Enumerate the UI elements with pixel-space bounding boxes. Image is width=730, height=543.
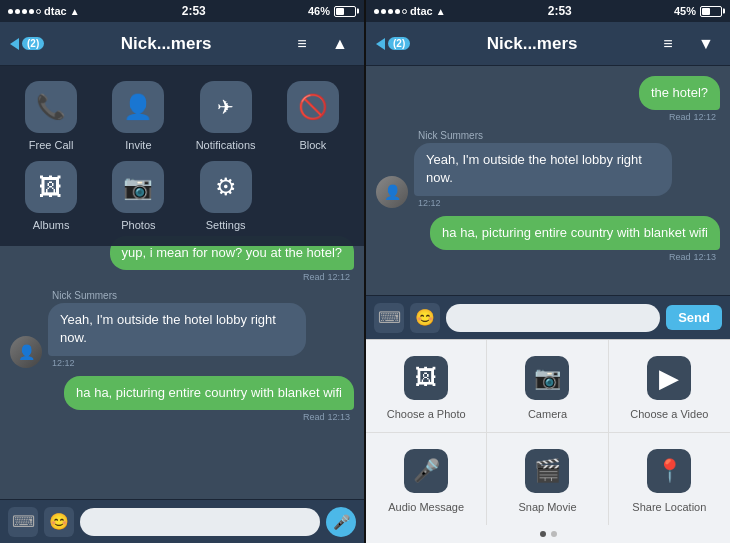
msg-time-received-1: 12:12 xyxy=(48,358,306,368)
audio-message-item[interactable]: 🎤 Audio Message xyxy=(366,433,487,525)
bubble-received-1: Yeah, I'm outside the hotel lobby right … xyxy=(48,303,306,355)
menu-item-albums[interactable]: 🖼 Albums xyxy=(10,161,92,231)
right-status-left: dtac ▲ xyxy=(374,5,446,17)
down-icon-right[interactable]: ▼ xyxy=(692,30,720,58)
right-back-arrow-icon xyxy=(376,38,385,50)
left-chat-area: yup, i mean for now? you at the hotel? R… xyxy=(0,226,364,499)
right-carrier-label: dtac xyxy=(410,5,433,17)
snap-movie-item[interactable]: 🎬 Snap Movie xyxy=(487,433,608,525)
right-chat-area: the hotel? Read 12:12 👤 Nick Summers Yea… xyxy=(366,66,730,295)
menu-item-photos[interactable]: 📷 Photos xyxy=(97,161,179,231)
audio-message-label: Audio Message xyxy=(388,501,464,513)
share-location-item[interactable]: 📍 Share Location xyxy=(609,433,730,525)
snap-movie-icon: 🎬 xyxy=(525,449,569,493)
right-back-button[interactable]: (2) xyxy=(376,37,410,50)
right-read-label-1: Read xyxy=(669,112,691,122)
wifi-icon: ▲ xyxy=(70,6,80,17)
left-menu-overlay: 📞 Free Call 👤 Invite ✈ Notifications 🚫 B… xyxy=(0,66,364,246)
right-msg-time-sent-2: Read 12:13 xyxy=(669,252,720,262)
photos-icon: 📷 xyxy=(112,161,164,213)
message-input-right[interactable] xyxy=(446,304,660,332)
list-icon-right[interactable]: ≡ xyxy=(654,30,682,58)
send-button[interactable]: Send xyxy=(666,305,722,330)
right-msg-sent-2: ha ha, picturing entire country with bla… xyxy=(376,216,720,262)
battery-icon-left xyxy=(334,6,356,17)
right-time-sent-2: 12:13 xyxy=(693,252,716,262)
list-icon-left[interactable]: ≡ xyxy=(288,30,316,58)
avatar-img-1: 👤 xyxy=(10,336,42,368)
battery-percent-left: 46% xyxy=(308,5,330,17)
right-chat-title: Nick...mers xyxy=(418,34,646,54)
choose-photo-label: Choose a Photo xyxy=(387,408,466,420)
sticker-button-right[interactable]: 😊 xyxy=(410,303,440,333)
share-location-icon: 📍 xyxy=(647,449,691,493)
invite-label: Invite xyxy=(125,139,151,151)
battery-icon-right xyxy=(700,6,722,17)
battery-fill-right xyxy=(702,8,710,15)
choose-video-label: Choose a Video xyxy=(630,408,708,420)
audio-message-icon: 🎤 xyxy=(404,449,448,493)
time-received-1: 12:12 xyxy=(52,358,75,368)
photos-label: Photos xyxy=(121,219,155,231)
right-avatar-1: 👤 xyxy=(376,176,408,208)
right-panel: dtac ▲ 2:53 45% (2) Nick...mers ≡ ▼ the … xyxy=(366,0,730,543)
right-bubble-received-1: Yeah, I'm outside the hotel lobby right … xyxy=(414,143,672,195)
dot1 xyxy=(8,9,13,14)
camera-icon: 📷 xyxy=(525,356,569,400)
dot2 xyxy=(15,9,20,14)
right-bottom-panel: 🖼 Choose a Photo 📷 Camera ▶ Choose a Vid… xyxy=(366,339,730,543)
rdot1 xyxy=(374,9,379,14)
msg-received-1: 👤 Nick Summers Yeah, I'm outside the hot… xyxy=(10,290,354,367)
left-status-left: dtac ▲ xyxy=(8,5,80,17)
sender-name-1: Nick Summers xyxy=(48,290,306,301)
choose-photo-item[interactable]: 🖼 Choose a Photo xyxy=(366,340,487,433)
menu-item-settings[interactable]: ⚙ Settings xyxy=(185,161,267,231)
left-back-button[interactable]: (2) xyxy=(10,37,44,50)
menu-item-empty xyxy=(272,161,354,231)
menu-item-invite[interactable]: 👤 Invite xyxy=(97,81,179,151)
right-msg-content-received-1: Nick Summers Yeah, I'm outside the hotel… xyxy=(414,130,672,207)
msg-content-received-1: Nick Summers Yeah, I'm outside the hotel… xyxy=(48,290,306,367)
block-icon: 🚫 xyxy=(287,81,339,133)
message-input-left[interactable] xyxy=(80,508,320,536)
right-msg-time-received-1: 12:12 xyxy=(414,198,672,208)
keyboard-button-left[interactable]: ⌨ xyxy=(8,507,38,537)
settings-label: Settings xyxy=(206,219,246,231)
rdot4 xyxy=(395,9,400,14)
right-bubble-sent-1: the hotel? xyxy=(639,76,720,110)
carrier-label: dtac xyxy=(44,5,67,17)
menu-item-notifications[interactable]: ✈ Notifications xyxy=(185,81,267,151)
right-bubble-sent-2: ha ha, picturing entire country with bla… xyxy=(430,216,720,250)
right-time-sent-1: 12:12 xyxy=(693,112,716,122)
battery-percent-right: 45% xyxy=(674,5,696,17)
sticker-button-left[interactable]: 😊 xyxy=(44,507,74,537)
invite-icon: 👤 xyxy=(112,81,164,133)
right-time: 2:53 xyxy=(548,4,572,18)
right-msg-sent-1: the hotel? Read 12:12 xyxy=(376,76,720,122)
left-time: 2:53 xyxy=(182,4,206,18)
right-header-icons: ≡ ▼ xyxy=(654,30,720,58)
choose-video-item[interactable]: ▶ Choose a Video xyxy=(609,340,730,433)
keyboard-button-right[interactable]: ⌨ xyxy=(374,303,404,333)
dot5 xyxy=(36,9,41,14)
share-location-label: Share Location xyxy=(632,501,706,513)
right-status-bar: dtac ▲ 2:53 45% xyxy=(366,0,730,22)
right-msg-time-sent-1: Read 12:12 xyxy=(669,112,720,122)
right-sender-name-1: Nick Summers xyxy=(414,130,672,141)
msg-time-sent-1: Read 12:12 xyxy=(303,272,354,282)
right-input-bar: ⌨ 😊 Send xyxy=(366,295,730,339)
bottom-grid: 🖼 Choose a Photo 📷 Camera ▶ Choose a Vid… xyxy=(366,340,730,525)
right-avatar-img-1: 👤 xyxy=(376,176,408,208)
time-sent-1: 12:12 xyxy=(327,272,350,282)
choose-photo-icon: 🖼 xyxy=(404,356,448,400)
menu-item-free-call[interactable]: 📞 Free Call xyxy=(10,81,92,151)
rdot3 xyxy=(388,9,393,14)
camera-item[interactable]: 📷 Camera xyxy=(487,340,608,433)
up-icon-left[interactable]: ▲ xyxy=(326,30,354,58)
battery-fill-left xyxy=(336,8,344,15)
right-msg-received-1: 👤 Nick Summers Yeah, I'm outside the hot… xyxy=(376,130,720,207)
left-header: (2) Nick...mers ≡ ▲ xyxy=(0,22,364,66)
left-status-right: 46% xyxy=(308,5,356,17)
mic-button-left[interactable]: 🎤 xyxy=(326,507,356,537)
menu-item-block[interactable]: 🚫 Block xyxy=(272,81,354,151)
